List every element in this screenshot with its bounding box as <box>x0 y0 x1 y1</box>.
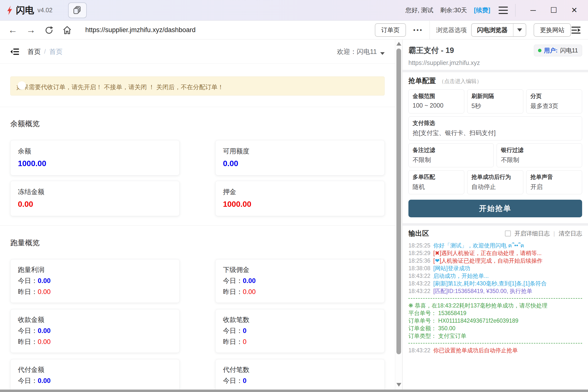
balance-section-title: 余额概览 <box>10 119 385 129</box>
breadcrumb-current[interactable]: 首页 <box>49 47 62 56</box>
grab-config-hint: （点击进入编辑） <box>439 78 482 85</box>
log-timestamp: 18:25:25 <box>408 242 430 249</box>
log-line: 18:43:22[匹配]ID:153658419, ¥350.00, 执行抢单 <box>408 288 582 295</box>
close-button[interactable]: ✕ <box>567 6 582 15</box>
config-card[interactable]: 抢单声音开启 <box>526 170 582 194</box>
config-card-label: 支付筛选 <box>412 119 578 127</box>
minimize-button[interactable]: ─ <box>526 6 540 15</box>
refresh-icon[interactable] <box>43 26 55 34</box>
chevron-down-icon <box>517 28 522 32</box>
scrollbar-thumb[interactable] <box>396 48 401 354</box>
clear-log-button[interactable]: 清空日志 <box>558 230 582 238</box>
section-divider <box>0 226 395 226</box>
dashboard-content: 首页 / 首页 欢迎：闪电11 如果需要代收订单，请先开启！ 不接单，请关闭 ！… <box>0 40 395 390</box>
balance-card-label: 押金 <box>223 188 377 196</box>
log-timestamp: 18:25:29 <box>408 250 430 256</box>
window-titlebar: 闪电 v4.02 您好, 测试 剩余:30天 [续费] ─ ☐ ✕ <box>0 0 588 20</box>
grab-config-grid: 金额范围100 ~ 2000刷新间隔5秒分页最多查3页支付筛选抢[支付宝、银行卡… <box>408 90 582 194</box>
config-card[interactable]: 多单匹配随机 <box>408 170 464 194</box>
grab-order-panel: 霸王支付 - 19 用户: 闪电11 https://supplier.jmzh… <box>402 40 588 390</box>
scroll-up-arrow-icon[interactable] <box>396 42 401 46</box>
volume-card-row: 昨日：0.00 <box>18 288 172 296</box>
menu-icon[interactable] <box>498 6 508 14</box>
config-card[interactable]: 刷新间隔5秒 <box>467 90 523 114</box>
breadcrumb-home[interactable]: 首页 <box>28 47 41 56</box>
config-card[interactable]: 金额范围100 ~ 2000 <box>408 90 464 114</box>
volume-card-label: 代付金额 <box>18 365 172 374</box>
address-url[interactable]: https://supplier.jmzhifu.xyz/dashboard <box>85 26 375 34</box>
balance-card-value: 0.00 <box>223 159 377 168</box>
config-card[interactable]: 备注过滤不限制 <box>408 143 494 167</box>
balance-card: 冻结金额0.00 <box>10 181 180 216</box>
volume-card-row: 昨日：0.00 <box>18 337 172 346</box>
volume-card: 跑量利润今日：0.00昨日：0.00 <box>10 259 180 303</box>
vertical-scrollbar[interactable] <box>395 40 402 390</box>
config-card[interactable]: 抢单成功后行为自动停止 <box>467 170 523 194</box>
more-options-icon[interactable]: ••• <box>413 27 423 34</box>
config-card[interactable]: 支付筛选抢[支付宝、银行卡、扫码支付] <box>408 116 582 140</box>
log-line: 18:25:36[❤]人机验证已处理完成，自动开始后续操作 <box>408 257 582 264</box>
panel-toggle-icon[interactable] <box>571 26 581 34</box>
scroll-down-arrow-icon[interactable] <box>396 383 401 386</box>
log-message: ❋ 恭喜，在18:43:22耗时137毫秒抢单成功，请尽快处理 <box>408 302 548 309</box>
config-card-value: 最多查3页 <box>530 102 578 110</box>
back-icon[interactable]: ← <box>7 25 18 35</box>
log-timestamp: 18:43:22 <box>408 280 430 287</box>
multi-window-button[interactable] <box>68 2 87 18</box>
volume-card: 下级佣金今日：0.00昨日：0.00 <box>215 259 385 303</box>
forward-icon[interactable]: → <box>25 25 37 35</box>
balance-card-value: 0.00 <box>18 200 172 209</box>
config-card-value: 抢[支付宝、银行卡、扫码支付] <box>412 129 578 137</box>
breadcrumb: 首页 / 首页 欢迎：闪电11 <box>0 40 395 64</box>
log-timestamp: 18:38:08 <box>408 265 430 272</box>
browser-select-value: 闪电浏览器 <box>472 24 513 36</box>
browser-navbar: ← → https://supplier.jmzhifu.xyz/dashboa… <box>0 21 588 40</box>
log-message: [刷新]第1次,耗时:430毫秒,查到[1]条,[1]条符合 <box>434 280 547 287</box>
balance-card: 余额1000.00 <box>10 140 180 176</box>
panel-header: 霸王支付 - 19 用户: 闪电11 https://supplier.jmzh… <box>402 40 588 70</box>
window-bottom-edge <box>0 390 588 392</box>
log-message: 你好「测试」，欢迎使用闪电 ฅ՞••՞ฅ <box>434 242 524 249</box>
output-header-divider: | <box>554 230 555 237</box>
change-site-button[interactable]: 更换网站 <box>534 23 571 37</box>
volume-card-label: 收款笔数 <box>223 315 377 324</box>
log-message: 你已设置抢单成功后自动停止抢单 <box>434 347 518 354</box>
config-card-value: 开启 <box>530 183 578 191</box>
sidebar-fold-icon[interactable] <box>10 48 19 56</box>
config-card-value: 5秒 <box>472 102 519 110</box>
welcome-user-dropdown[interactable]: 欢迎：闪电11 <box>337 47 385 56</box>
grab-config-header[interactable]: 抢单配置 （点击进入编辑） <box>408 76 582 86</box>
online-dot-icon <box>538 49 542 52</box>
order-page-button[interactable]: 订单页 <box>375 23 406 37</box>
config-card[interactable]: 分页最多查3页 <box>526 90 582 114</box>
config-card-value: 随机 <box>412 183 460 191</box>
log-message: [网站]登录成功 <box>434 265 470 272</box>
start-grab-button[interactable]: 开始抢单 <box>408 200 582 217</box>
config-card-label: 金额范围 <box>412 92 460 100</box>
config-card-label: 多单匹配 <box>412 173 460 181</box>
volume-card-grid: 跑量利润今日：0.00昨日：0.00下级佣金今日：0.00昨日：0.00收款金额… <box>10 259 385 390</box>
greeting-text: 您好, 测试 <box>406 6 434 14</box>
log-line: 18:25:25你好「测试」，欢迎使用闪电 ฅ՞••՞ฅ <box>408 242 582 250</box>
detail-log-checkbox[interactable] <box>505 230 511 236</box>
config-card[interactable]: 银行过滤不限制 <box>496 143 582 167</box>
volume-card-row: 今日：0.00 <box>223 276 377 285</box>
balance-card-value: 1000.00 <box>223 200 377 209</box>
layers-icon <box>73 6 82 15</box>
log-timestamp: 18:25:36 <box>408 258 430 264</box>
maximize-button[interactable]: ☐ <box>546 6 561 15</box>
log-line: 订单金额： 350.00 <box>408 324 582 332</box>
log-timestamp: 18:43:22 <box>408 347 430 354</box>
volume-card-row: 今日：0 <box>223 326 377 335</box>
app-version: v4.02 <box>38 6 52 14</box>
browser-select[interactable]: 闪电浏览器 <box>471 23 526 37</box>
grab-config-section: 抢单配置 （点击进入编辑） 金额范围100 ~ 2000刷新间隔5秒分页最多查3… <box>402 72 588 196</box>
renew-link[interactable]: [续费] <box>474 6 490 14</box>
home-icon[interactable] <box>61 26 73 34</box>
browser-select-caret[interactable] <box>513 24 526 36</box>
panel-divider <box>402 223 588 226</box>
volume-card-row: 昨日：0.00 <box>223 288 377 296</box>
log-line: 18:43:22你已设置抢单成功后自动停止抢单 <box>408 347 582 354</box>
volume-card-label: 收款金额 <box>18 315 172 324</box>
balance-card: 可用额度0.00 <box>215 140 385 176</box>
